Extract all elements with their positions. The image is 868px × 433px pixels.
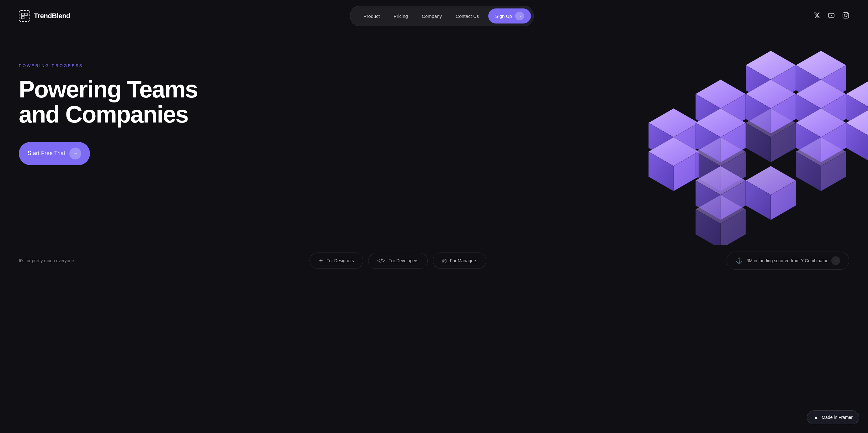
- funding-arrow-icon[interactable]: →: [831, 256, 840, 265]
- cta-arrow-icon: →: [69, 147, 81, 160]
- framer-badge[interactable]: ▲ Made in Framer: [807, 410, 859, 424]
- svg-rect-1: [25, 13, 27, 16]
- svg-point-7: [847, 13, 848, 14]
- developers-icon: </>: [377, 258, 385, 264]
- instagram-icon[interactable]: [842, 12, 849, 20]
- bottom-items: ✦ For Designers </> For Developers ◎ For…: [310, 253, 491, 269]
- start-trial-button[interactable]: Start Free Trial →: [19, 142, 90, 165]
- logo-area: TrendBlend: [19, 10, 70, 22]
- logo-icon: [19, 10, 30, 22]
- bottom-tagline: It's for pretty much everyone: [19, 258, 74, 263]
- hero-content: POWERING PROGRESS Powering Teams and Com…: [19, 51, 197, 165]
- funding-item[interactable]: ⚓ 6M in funding secured from Y Combinato…: [726, 252, 849, 270]
- svg-rect-2: [22, 16, 24, 19]
- svg-marker-4: [831, 14, 833, 16]
- social-icons: [813, 12, 849, 20]
- cubes-svg: [649, 32, 868, 245]
- signup-button[interactable]: Sign Up →: [488, 8, 531, 24]
- developers-label: For Developers: [389, 258, 418, 263]
- bottom-right: ⚓ 6M in funding secured from Y Combinato…: [726, 252, 849, 270]
- hero-visual: [649, 32, 868, 245]
- navbar: TrendBlend Product Pricing Company Conta…: [0, 0, 868, 32]
- designers-label: For Designers: [327, 258, 354, 263]
- svg-rect-5: [843, 12, 848, 18]
- designers-icon: ✦: [319, 257, 323, 264]
- hero-eyebrow: POWERING PROGRESS: [19, 63, 197, 68]
- brand-name: TrendBlend: [34, 12, 70, 20]
- hero-title-line2: and Companies: [19, 101, 188, 128]
- nav-links: Product Pricing Company Contact Us Sign …: [350, 6, 533, 26]
- funding-text: 6M in funding secured from Y Combinator: [746, 258, 828, 263]
- nav-link-product[interactable]: Product: [356, 11, 386, 21]
- bottom-item-managers[interactable]: ◎ For Managers: [433, 253, 486, 269]
- signup-arrow-icon: →: [515, 11, 524, 20]
- nav-link-pricing[interactable]: Pricing: [386, 11, 415, 21]
- managers-icon: ◎: [442, 257, 447, 264]
- hero-section: POWERING PROGRESS Powering Teams and Com…: [0, 32, 868, 245]
- hero-title-line1: Powering Teams: [19, 76, 197, 102]
- hero-title: Powering Teams and Companies: [19, 77, 197, 127]
- bottom-item-developers[interactable]: </> For Developers: [368, 253, 428, 269]
- nav-link-company[interactable]: Company: [415, 11, 449, 21]
- framer-logo-icon: ▲: [813, 414, 818, 420]
- framer-badge-label: Made in Framer: [822, 415, 852, 420]
- signup-label: Sign Up: [495, 13, 512, 19]
- nav-link-contact[interactable]: Contact Us: [449, 11, 486, 21]
- funding-icon: ⚓: [736, 257, 743, 264]
- svg-point-6: [844, 14, 847, 16]
- twitter-icon[interactable]: [813, 12, 820, 20]
- youtube-icon[interactable]: [828, 12, 835, 20]
- managers-label: For Managers: [450, 258, 477, 263]
- cta-label: Start Free Trial: [28, 150, 65, 157]
- svg-rect-0: [22, 13, 24, 16]
- bottom-item-designers[interactable]: ✦ For Designers: [310, 253, 363, 269]
- bottom-bar: It's for pretty much everyone ✦ For Desi…: [0, 245, 868, 276]
